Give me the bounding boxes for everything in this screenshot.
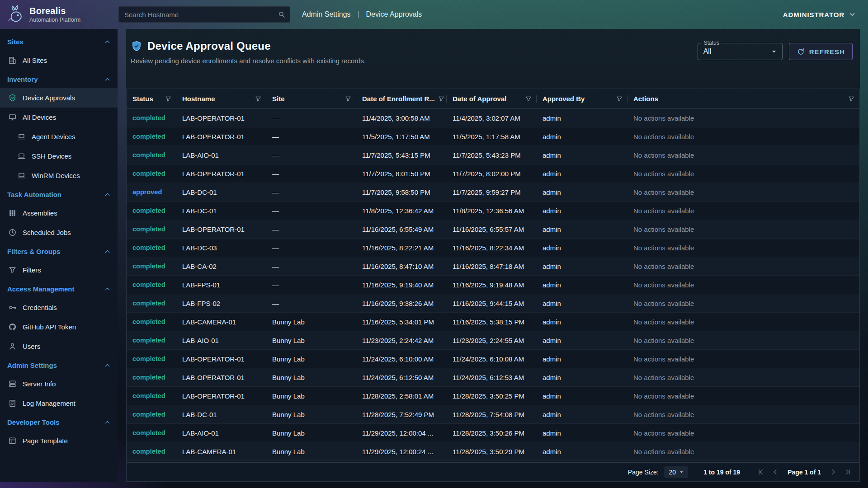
sidebar-item-users[interactable]: Users <box>0 337 118 356</box>
sidebar-section-sites[interactable]: Sites <box>0 33 118 51</box>
top-link-device-approvals[interactable]: Device Approvals <box>366 10 422 19</box>
status-filter-select[interactable]: Status All <box>698 43 783 60</box>
sidebar-item-assemblies[interactable]: Assemblies <box>0 203 118 223</box>
cell-approval-date: 11/24/2025, 6:10:08 AM <box>447 355 537 363</box>
sidebar-item-ssh-devices[interactable]: SSH Devices <box>0 146 118 166</box>
sidebar-item-github-api-token[interactable]: GitHub API Token <box>0 317 118 337</box>
pagination-last-button[interactable] <box>844 468 852 476</box>
cell-actions: No actions available <box>627 114 859 122</box>
cell-approved-by: admin <box>537 318 627 326</box>
sidebar-item-all-sites[interactable]: All Sites <box>0 51 118 70</box>
filter-icon[interactable] <box>438 95 445 103</box>
cell-enrollment-date: 11/16/2025, 5:34:01 PM <box>356 318 447 326</box>
sidebar-item-device-approvals[interactable]: Device Approvals <box>0 88 118 108</box>
cell-hostname: LAB-OPERATOR-01 <box>176 133 266 141</box>
table-row[interactable]: completedLAB-OPERATOR-01—11/7/2025, 8:01… <box>127 164 859 183</box>
table-row[interactable]: completedLAB-OPERATOR-01Bunny Lab11/28/2… <box>127 387 859 405</box>
sidebar-section-filters-groups[interactable]: Filters & Groups <box>0 242 118 260</box>
filter-icon[interactable] <box>344 95 352 103</box>
filter-icon[interactable] <box>255 95 262 103</box>
sites-icon <box>8 56 17 65</box>
cell-site: — <box>266 225 356 233</box>
cell-site: — <box>266 114 356 122</box>
cell-approved-by: admin <box>537 281 627 289</box>
cell-approved-by: admin <box>537 263 627 270</box>
cell-approved-by: admin <box>537 448 627 455</box>
filter-icon <box>8 266 17 274</box>
page-size-select[interactable]: 20 <box>664 466 689 478</box>
sidebar-item-log-management[interactable]: Log Management <box>0 394 118 413</box>
table-row[interactable]: completedLAB-DC-01—11/8/2025, 12:36:42 A… <box>127 202 859 220</box>
cell-site: — <box>266 244 356 252</box>
pagination-first-button[interactable] <box>756 468 765 476</box>
hostname-search-input[interactable] <box>118 6 290 23</box>
cell-approval-date: 11/16/2025, 5:38:15 PM <box>447 318 537 326</box>
caret-down-icon <box>769 47 778 56</box>
shield-line-icon <box>8 94 17 102</box>
cell-status: completed <box>127 170 176 177</box>
sidebar-item-scheduled-jobs[interactable]: Scheduled Jobs <box>0 223 118 242</box>
page-subtitle: Review pending device enrollments and re… <box>131 57 366 65</box>
sidebar-item-agent-devices[interactable]: Agent Devices <box>0 127 118 146</box>
filter-icon[interactable] <box>165 95 172 103</box>
sidebar-item-winrm-devices[interactable]: WinRM Devices <box>0 166 118 185</box>
sidebar-section-access-management[interactable]: Access Management <box>0 280 118 298</box>
section-label: Filters & Groups <box>7 248 61 255</box>
sidebar-section-task-automation[interactable]: Task Automation <box>0 185 118 203</box>
cell-site: Bunny Lab <box>266 355 356 363</box>
cell-actions: No actions available <box>627 263 859 270</box>
cell-site: — <box>266 188 356 196</box>
table-row[interactable]: completedLAB-FPS-01—11/16/2025, 9:19:40 … <box>127 276 859 294</box>
top-link-admin-settings[interactable]: Admin Settings <box>302 10 351 19</box>
cell-hostname: LAB-FPS-01 <box>176 281 266 289</box>
pagination-next-button[interactable] <box>829 468 838 476</box>
sidebar-item-filters[interactable]: Filters <box>0 260 118 280</box>
user-menu[interactable]: ADMINISTRATOR <box>783 10 856 19</box>
table-row[interactable]: completedLAB-DC-01Bunny Lab11/28/2025, 7… <box>127 405 859 424</box>
table-row[interactable]: completedLAB-OPERATOR-01Bunny Lab11/24/2… <box>127 350 859 368</box>
table-row[interactable]: completedLAB-CAMERA-01Bunny Lab11/16/202… <box>127 313 859 331</box>
cell-actions: No actions available <box>627 318 859 326</box>
refresh-button[interactable]: REFRESH <box>789 43 853 60</box>
cell-enrollment-date: 11/16/2025, 6:55:49 AM <box>356 225 447 233</box>
sidebar-section-inventory[interactable]: Inventory <box>0 70 118 88</box>
table-row[interactable]: completedLAB-AIO-01Bunny Lab11/23/2025, … <box>127 331 859 350</box>
table-row[interactable]: completedLAB-FPS-02—11/16/2025, 9:38:26 … <box>127 294 859 313</box>
table-row[interactable]: completedLAB-AIO-01—11/7/2025, 5:43:15 P… <box>127 146 859 164</box>
cell-enrollment-date: 11/7/2025, 9:58:50 PM <box>356 188 447 196</box>
table-row[interactable]: completedLAB-OPERATOR-01—11/5/2025, 1:17… <box>127 127 859 146</box>
pagination-prev-button[interactable] <box>771 468 779 476</box>
cell-approval-date: 11/16/2025, 9:19:48 AM <box>447 281 537 289</box>
table-row[interactable]: completedLAB-OPERATOR-01—11/16/2025, 6:5… <box>127 220 859 239</box>
cell-site: — <box>266 133 356 141</box>
cell-enrollment-date: 11/28/2025, 2:58:01 AM <box>356 392 447 400</box>
table-row[interactable]: completedLAB-DC-03—11/16/2025, 8:22:21 A… <box>127 239 859 257</box>
sidebar-item-server-info[interactable]: Server Info <box>0 374 118 394</box>
table-row[interactable]: completedLAB-OPERATOR-01—11/4/2025, 3:00… <box>127 109 859 127</box>
cell-approved-by: admin <box>537 114 627 122</box>
column-header-site: Site <box>266 89 356 108</box>
sidebar-section-admin-settings[interactable]: Admin Settings <box>0 356 118 374</box>
table-row[interactable]: completedLAB-AIO-01Bunny Lab11/29/2025, … <box>127 424 859 442</box>
filter-icon[interactable] <box>848 95 855 103</box>
cell-hostname: LAB-OPERATOR-01 <box>176 225 266 233</box>
table-row[interactable]: completedLAB-CAMERA-01Bunny Lab11/29/202… <box>127 442 859 461</box>
table-row[interactable]: approvedLAB-DC-01—11/7/2025, 9:58:50 PM1… <box>127 183 859 202</box>
cell-approved-by: admin <box>537 337 627 344</box>
sidebar-item-credentials[interactable]: Credentials <box>0 298 118 317</box>
sidebar-item-all-devices[interactable]: All Devices <box>0 108 118 127</box>
sidebar-section-developer-tools[interactable]: Developer Tools <box>0 413 118 431</box>
sidebar-item-page-template[interactable]: Page Template <box>0 431 118 450</box>
cell-actions: No actions available <box>627 300 859 307</box>
filter-icon[interactable] <box>616 95 623 103</box>
template-icon <box>8 436 17 445</box>
chevron-up-icon <box>104 361 111 369</box>
sidebar-item-label: Log Management <box>23 399 75 407</box>
cell-actions: No actions available <box>627 151 859 159</box>
filter-icon[interactable] <box>525 95 532 103</box>
cell-status: completed <box>127 374 176 381</box>
table-row[interactable]: completedLAB-CA-02—11/16/2025, 8:47:10 A… <box>127 257 859 276</box>
cell-hostname: LAB-AIO-01 <box>176 429 266 437</box>
table-row[interactable]: completedLAB-OPERATOR-01Bunny Lab11/24/2… <box>127 368 859 387</box>
user-icon <box>8 342 17 351</box>
